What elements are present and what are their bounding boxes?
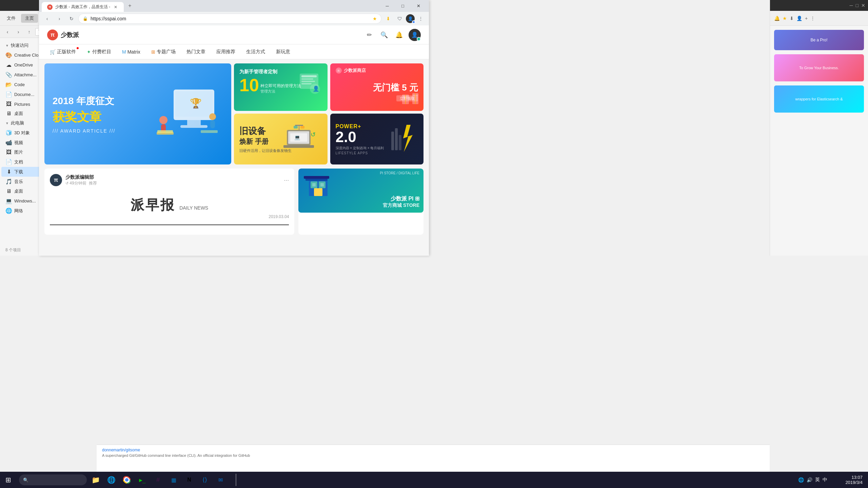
- rp-min-btn[interactable]: ─: [850, 3, 853, 8]
- chrome-minimize-btn[interactable]: ─: [379, 1, 395, 11]
- rp-content: Be a Pro! To Grow Your Business. wrapper…: [770, 26, 868, 121]
- rp-ad-2[interactable]: To Grow Your Business.: [774, 54, 864, 81]
- fe-forward-btn[interactable]: ›: [14, 27, 23, 37]
- taskbar-icon-mail[interactable]: ✉: [213, 472, 228, 487]
- chrome-bookmark-icon[interactable]: ★: [373, 16, 377, 21]
- side-store-card[interactable]: PI STORE / DIGITAL LIFE 少数派 PI ⊞ 官方商城 ST…: [298, 169, 423, 235]
- rp-avatar-icon[interactable]: 👤: [796, 16, 802, 21]
- rp-menu-icon[interactable]: ⋮: [810, 16, 815, 21]
- taskbar-icon-terminal[interactable]: ▶_: [135, 472, 150, 487]
- bp-item-1-title[interactable]: donnemartin/gitsome: [102, 448, 764, 452]
- rp-add-icon[interactable]: +: [805, 16, 808, 21]
- chrome-shield-icon[interactable]: 🛡: [394, 13, 405, 24]
- site-main: 2018 年度征文 获奖文章 /// AWARD ARTICLE ///: [39, 59, 429, 256]
- banner-year: 2018 年度征文: [53, 95, 115, 108]
- taskbar-icon-notion[interactable]: N: [182, 472, 197, 487]
- taskbar-icon-edge[interactable]: 🌐: [104, 472, 119, 487]
- banner-top-right-1[interactable]: 为新手管理者定制 10 种立即可用的管理方法 管理方法: [234, 63, 328, 111]
- site-edit-btn[interactable]: ✏: [364, 30, 375, 40]
- banner-grid: 2018 年度征文 获奖文章 /// AWARD ARTICLE ///: [44, 63, 423, 164]
- chrome-refresh-btn[interactable]: ↻: [66, 13, 77, 24]
- nav-item-apps[interactable]: 应用推荐: [211, 44, 241, 59]
- chrome-maximize-btn[interactable]: □: [395, 1, 411, 11]
- banner-ml-illus: 💻 ↺: [280, 121, 321, 157]
- banner-br-store-label: π 少数派商店: [336, 67, 366, 74]
- fe-docs-icon: 📄: [5, 91, 12, 98]
- rp-ad-3[interactable]: wrappers for Elasticsearch &: [774, 85, 864, 113]
- banner-top-right-2[interactable]: π 少数派商店 无门槛 5 元 立即领取: [330, 63, 424, 111]
- nav-item-matrix[interactable]: M Matrix: [117, 44, 146, 59]
- svg-rect-32: [295, 125, 303, 126]
- taskbar-search-icon: 🔍: [23, 477, 28, 483]
- site-nav: 🛒 正版软件 ✦ 付费栏目 M Matrix ⊞ 专题广场 热门文章 应用推荐: [39, 44, 429, 59]
- side-store-title2: 官方商城 STORE: [383, 202, 419, 209]
- fe-tab-home[interactable]: 主页: [21, 14, 38, 23]
- taskbar-icon-vscode[interactable]: ⟨⟩: [197, 472, 212, 487]
- chrome-close-btn[interactable]: ✕: [411, 1, 426, 11]
- taskbar-icon-slack[interactable]: #: [151, 472, 165, 487]
- article-more-btn[interactable]: ···: [284, 177, 289, 184]
- chrome-forward-btn[interactable]: ›: [54, 13, 65, 24]
- rp-close-btn[interactable]: ✕: [861, 3, 865, 8]
- svg-rect-24: [415, 93, 416, 104]
- rp-toolbar: 🔔 ★ ⬇ 👤 + ⋮: [770, 11, 868, 26]
- fe-back-btn[interactable]: ‹: [3, 27, 12, 37]
- fe-up-btn[interactable]: ↑: [24, 27, 34, 37]
- nav-item-new[interactable]: 新玩意: [271, 44, 296, 59]
- side-store-bg: PI STORE / DIGITAL LIFE 少数派 PI ⊞ 官方商城 ST…: [298, 169, 423, 213]
- nav-item-popular[interactable]: 热门文章: [181, 44, 211, 59]
- site-logo: π 少数派: [47, 30, 79, 40]
- nav-item-software[interactable]: 🛒 正版软件: [44, 44, 81, 59]
- fe-attach-icon: 📎: [5, 72, 12, 78]
- rp-download-icon[interactable]: ⬇: [790, 16, 794, 21]
- user-online-badge: [417, 37, 421, 41]
- chrome-menu-btn[interactable]: ⋮: [415, 13, 426, 24]
- fe-windows-icon: 💻: [5, 198, 12, 204]
- chrome-new-tab-btn[interactable]: +: [125, 1, 135, 11]
- svg-rect-15: [301, 81, 315, 82]
- chrome-nav-actions: ⬇ 🛡 👤 ⋮: [383, 13, 426, 24]
- article-author-avatar: π: [50, 174, 62, 186]
- taskbar-icon-file[interactable]: 📁: [88, 472, 103, 487]
- chrome-address-bar[interactable]: 🔒 https://sspai.com ★: [78, 14, 381, 24]
- site-search-btn[interactable]: 🔍: [379, 30, 390, 40]
- chrome-download-icon[interactable]: ⬇: [383, 13, 394, 24]
- taskbar-search-bar[interactable]: 🔍: [19, 474, 87, 485]
- banner-bottom-right[interactable]: POWER+ 2.0 深度内容 × 定制咨询 × 每月福利 LIFESTYLE …: [330, 114, 424, 164]
- banner-power-sub2: LIFESTYLE APPS: [336, 151, 384, 155]
- nav-item-paid[interactable]: ✦ 付费栏目: [81, 44, 117, 59]
- site-notification-btn[interactable]: 🔔: [394, 30, 405, 40]
- nav-paid-label: 付费栏目: [92, 49, 111, 55]
- nav-item-topics[interactable]: ⊞ 专题广场: [146, 44, 181, 59]
- taskbar-sys-input: 中: [823, 477, 827, 483]
- taskbar-start-btn[interactable]: ⊞: [0, 472, 16, 488]
- site-user-avatar[interactable]: 👤: [409, 29, 421, 41]
- fe-video-label: 视频: [14, 140, 23, 146]
- rp-bell-icon[interactable]: 🔔: [774, 16, 780, 21]
- svg-rect-33: [294, 126, 298, 129]
- banner-bottom-left[interactable]: 旧设备 焕新 手册 旧硬件活用，让旧设备焕发物生 �: [234, 114, 328, 164]
- fe-pics-icon: 🖼: [5, 101, 12, 107]
- fe-tab-file[interactable]: 文件: [3, 14, 20, 23]
- chrome-active-tab[interactable]: π 少数派 - 高效工作，品质生活 - ✕: [42, 2, 124, 12]
- svg-rect-11: [201, 130, 218, 133]
- svg-rect-43: [320, 183, 324, 187]
- rp-star-icon[interactable]: ★: [783, 16, 787, 21]
- article-zh-title: 派早报: [131, 196, 175, 214]
- taskbar-icon-chrome[interactable]: [119, 472, 134, 487]
- rp-max-btn[interactable]: □: [856, 3, 859, 8]
- nav-item-lifestyle[interactable]: 生活方式: [241, 44, 271, 59]
- chrome-profile-avatar[interactable]: 👤: [406, 14, 415, 23]
- svg-rect-35: [391, 132, 394, 150]
- fe-desktop1-label: 桌面: [14, 111, 23, 117]
- chrome-tab-close-btn[interactable]: ✕: [113, 4, 118, 10]
- chrome-back-btn[interactable]: ‹: [42, 13, 53, 24]
- taskbar-show-desktop[interactable]: [229, 472, 244, 488]
- chrome-window-controls: ─ □ ✕: [379, 1, 426, 11]
- banner-main[interactable]: 2018 年度征文 获奖文章 /// AWARD ARTICLE ///: [44, 63, 231, 164]
- banner-main-text: 2018 年度征文 获奖文章 /// AWARD ARTICLE ///: [53, 95, 115, 134]
- rp-ad-1[interactable]: Be a Pro!: [774, 30, 864, 50]
- site-logo-icon: π: [47, 30, 58, 40]
- side-store-title1: 少数派 PI ⊞: [391, 195, 419, 202]
- taskbar-icon-trello[interactable]: ▦: [166, 472, 181, 487]
